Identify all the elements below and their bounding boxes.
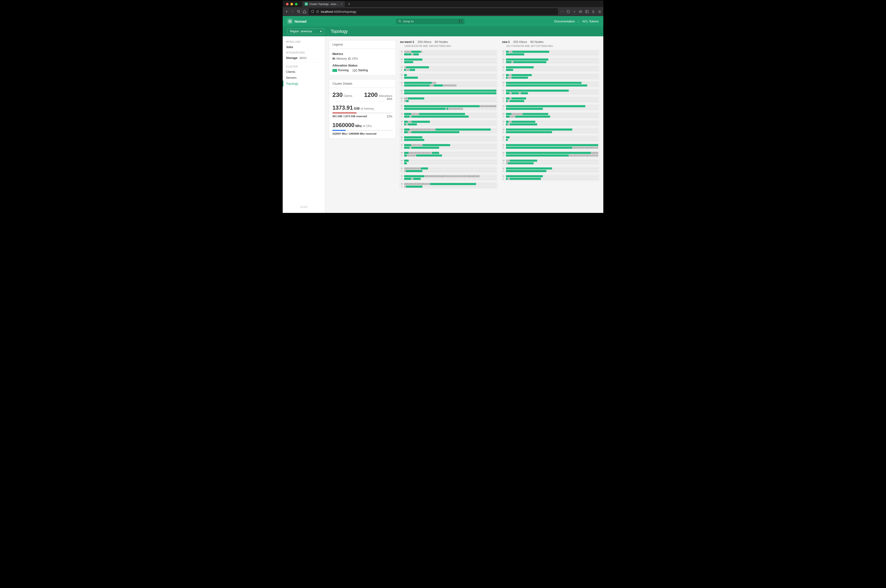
sidebar-icon[interactable] bbox=[585, 10, 589, 14]
jump-search[interactable]: Jump to / bbox=[396, 19, 465, 24]
topology-node[interactable]: M C bbox=[400, 81, 498, 87]
memory-row-label: M bbox=[400, 51, 403, 53]
cpu-row-label: C bbox=[400, 61, 403, 63]
topology-node[interactable]: M C bbox=[501, 50, 600, 56]
memory-bar bbox=[506, 129, 598, 130]
datacenter-nodes: 60 Nodes bbox=[531, 40, 544, 44]
forward-button[interactable] bbox=[291, 10, 294, 14]
cpu-bar bbox=[506, 76, 598, 79]
cpu-row-label: C bbox=[400, 123, 403, 125]
sidebar-item-jobs[interactable]: Jobs bbox=[283, 44, 325, 50]
cpu-row-label: C bbox=[502, 116, 505, 118]
status-legend: Running Starting bbox=[333, 69, 392, 72]
topology-node[interactable]: M C bbox=[400, 65, 498, 72]
topology-node[interactable]: M C bbox=[501, 73, 600, 80]
maximize-window-button[interactable] bbox=[295, 3, 298, 5]
memory-row-label: M bbox=[502, 121, 505, 123]
memory-row-label: M bbox=[502, 175, 505, 177]
cpu-row-label: C bbox=[502, 61, 505, 63]
topology-node[interactable]: M C bbox=[400, 57, 498, 64]
close-tab-icon[interactable]: × bbox=[341, 3, 342, 5]
cpu-bar bbox=[404, 116, 496, 118]
topology-node[interactable]: M C bbox=[501, 112, 600, 118]
sidebar-item-topology[interactable]: Topology bbox=[283, 81, 325, 87]
topology-node[interactable]: M C bbox=[400, 112, 498, 118]
topology-node[interactable]: M C bbox=[501, 96, 600, 103]
topology-node[interactable]: M C bbox=[400, 96, 498, 103]
memory-bar bbox=[506, 105, 598, 107]
region-select[interactable]: Region: americas ▾ bbox=[287, 28, 324, 34]
topology-node[interactable]: M C bbox=[501, 120, 600, 126]
sidebar-item-servers[interactable]: Servers bbox=[283, 75, 325, 81]
topology-node[interactable]: M C bbox=[400, 120, 498, 126]
brand-name: Nomad bbox=[294, 20, 306, 23]
memory-bar bbox=[404, 113, 496, 115]
back-button[interactable] bbox=[285, 10, 288, 14]
memory-row-label: M bbox=[400, 82, 403, 84]
memory-bar bbox=[404, 90, 496, 92]
cpu-row-label: C bbox=[502, 69, 505, 71]
memory-row-label: M bbox=[502, 113, 505, 115]
topology-node[interactable]: M C bbox=[400, 174, 498, 181]
topology-node[interactable]: M C bbox=[400, 166, 498, 173]
acl-tokens-link[interactable]: ACL Tokens bbox=[582, 20, 599, 23]
cpu-bar bbox=[404, 186, 496, 188]
sidebar-item-storage[interactable]: Storage BETA bbox=[283, 55, 325, 61]
topology-node[interactable]: M C bbox=[501, 174, 600, 181]
reader-icon[interactable] bbox=[567, 10, 570, 14]
topology-node[interactable]: M C bbox=[400, 143, 498, 150]
topology-node[interactable]: M C bbox=[501, 151, 600, 158]
cpu-row-label: C bbox=[502, 178, 505, 180]
reload-button[interactable] bbox=[297, 10, 300, 14]
cpu-bar bbox=[404, 108, 496, 110]
topology-node[interactable]: M C bbox=[501, 104, 600, 111]
topology-node[interactable]: M C bbox=[400, 159, 498, 165]
lock-icon bbox=[316, 10, 319, 13]
topology-node[interactable]: M C bbox=[501, 57, 600, 64]
library-icon[interactable] bbox=[579, 10, 582, 14]
topology-node[interactable]: M C bbox=[400, 151, 498, 158]
topology-node[interactable]: M C bbox=[400, 135, 498, 142]
topology-node[interactable]: M C bbox=[400, 73, 498, 80]
topology-node[interactable]: M C bbox=[400, 128, 498, 134]
close-window-button[interactable] bbox=[286, 3, 289, 5]
topology-node[interactable]: M C bbox=[501, 159, 600, 165]
cpu-bar bbox=[506, 116, 598, 118]
topology-node[interactable]: M C bbox=[501, 88, 600, 95]
topology-node[interactable]: M C bbox=[501, 143, 600, 150]
topology-node[interactable]: M C bbox=[501, 166, 600, 173]
cpu-row-label: C bbox=[400, 186, 403, 188]
browser-tab[interactable]: Cluster Topology - americas - I × bbox=[302, 1, 345, 7]
datacenter-nodes: 60 Nodes bbox=[435, 40, 448, 44]
home-button[interactable] bbox=[303, 10, 306, 14]
cpu-bar bbox=[506, 53, 598, 56]
address-bar[interactable]: localhost:4200/ui/topology bbox=[309, 8, 558, 15]
account-icon[interactable] bbox=[592, 10, 595, 14]
topology-node[interactable]: M C bbox=[400, 182, 498, 189]
documentation-link[interactable]: Documentation bbox=[554, 20, 575, 23]
cpu-bar bbox=[506, 154, 598, 156]
menu-icon[interactable] bbox=[598, 10, 601, 14]
topology-node[interactable]: M C bbox=[400, 50, 498, 56]
allocations-count: 1200 bbox=[364, 91, 378, 98]
sidebar-item-clients[interactable]: Clients bbox=[283, 69, 325, 75]
version-label: v1.0.0 bbox=[283, 203, 325, 210]
brand[interactable]: Nomad bbox=[287, 19, 306, 24]
sidebar-section-workload: WORKLOAD bbox=[283, 39, 325, 44]
topology-node[interactable]: M C bbox=[501, 81, 600, 87]
topology-node[interactable]: M C bbox=[501, 128, 600, 134]
more-icon[interactable]: ⋯ bbox=[561, 10, 564, 14]
topology-node[interactable]: M C bbox=[400, 88, 498, 95]
topology-node[interactable]: M C bbox=[501, 65, 600, 72]
memory-bar bbox=[333, 112, 392, 113]
bookmark-icon[interactable]: ☆ bbox=[573, 10, 576, 14]
minimize-window-button[interactable] bbox=[291, 3, 293, 5]
memory-bar bbox=[404, 144, 496, 146]
memory-bar bbox=[404, 136, 496, 138]
topology-node[interactable]: M C bbox=[400, 104, 498, 111]
cpu-reserved: 232597 Mhz / 1060000 Mhz reserved bbox=[333, 132, 392, 135]
datacenter-resources: 161774/335760 MiB, 66772/270000 Mhz bbox=[501, 45, 600, 50]
cpu-row-label: C bbox=[502, 123, 505, 125]
topology-node[interactable]: M C bbox=[501, 135, 600, 142]
new-tab-button[interactable]: + bbox=[346, 2, 352, 6]
